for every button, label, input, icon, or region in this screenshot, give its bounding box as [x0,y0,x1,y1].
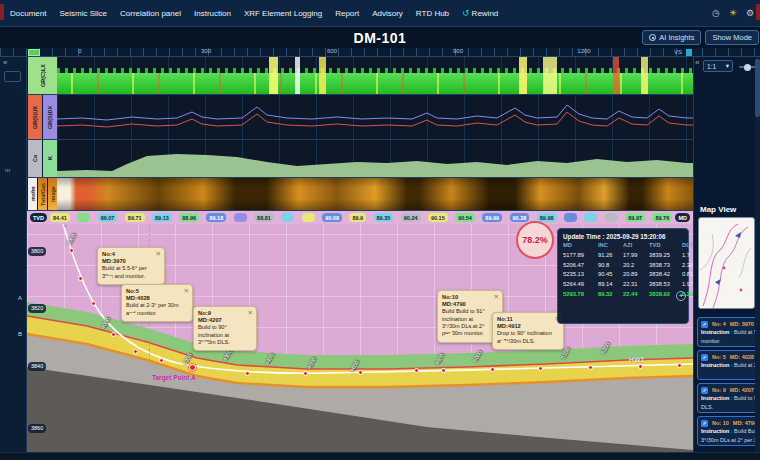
track3-label-a[interactable]: Ca [27,140,42,177]
collapse-left-icon[interactable]: « [3,58,7,67]
scale-ratio-select[interactable]: 1:1 ▾ [703,60,733,72]
track-elements[interactable]: Ca K [27,140,693,178]
instruction-card[interactable]: ✓No: 9MD: 4207Instruction : Build to 90°… [697,383,758,413]
card-instruction-label: Instruction [701,395,729,401]
track4-label-b[interactable]: TotalGas [37,178,47,210]
track-gr-curves[interactable]: GR(S)UX GR(S)DX [27,95,693,140]
instruction-callout[interactable]: No:9MD:4207✕Build to 90° inclination at … [193,306,257,351]
tvd-pill: 84.41 [50,213,70,222]
zoom-slider[interactable] [739,66,756,68]
menu-item[interactable]: RTD Hub [416,9,449,18]
scrollbar-thumb[interactable] [755,59,760,117]
confidence-percent-badge[interactable]: 78.2% [516,221,554,259]
track4-plot[interactable] [57,178,693,210]
tvd-pill: 90.54 [455,213,475,222]
survey-station-dot [69,248,74,253]
well-end-label: HW1 [629,356,645,363]
rewind-icon: ↺ [462,9,470,18]
instruction-card[interactable]: ✓No: 10MD: 4790Instruction : Build Build… [697,416,758,446]
depth-unit-box [4,71,21,82]
close-icon[interactable]: ✕ [184,287,189,295]
track3-plot[interactable] [57,140,693,177]
survey-cell: 20.89 [623,272,647,278]
survey-col-header: MD [563,243,596,249]
menu-item[interactable]: Document [10,9,46,18]
map-view-thumbnail[interactable] [698,217,755,309]
theme-sun-icon[interactable]: ☀ [729,8,737,18]
survey-col-header: TVD [649,243,680,249]
survey-cell: 91.26 [598,253,621,259]
menu-item[interactable]: Report [335,9,359,18]
callout-header: No:4MD:3970 [102,251,154,265]
depth-unit-label: m [5,167,10,173]
callout-text: Drop to 90° inclination at 3°/30m DLS. [497,330,553,345]
survey-cell: 5235.13 [563,272,596,278]
rewind-label: Rewind [472,9,499,18]
close-icon[interactable]: ✕ [248,309,253,317]
instruction-card[interactable]: ✓No: 5MD: 4028Instruction : Build at 2-3… [697,350,758,380]
history-icon[interactable]: ◷ [712,8,720,18]
card-instruction-label: Instruction [701,428,729,434]
bright-stripe [269,57,278,94]
survey-table-rows: 5177.8991.2617.993839.251.75206.4790.820… [563,253,683,298]
scale-ratio-value: 1:1 [707,63,716,70]
menu-items: DocumentSeismic SliceCorrelation panelIn… [10,9,462,18]
track-gr-spectral[interactable]: GR(C)LX [27,57,693,95]
menu-item[interactable]: Advisory [372,9,403,18]
menu-item[interactable]: XRF Element Logging [244,9,322,18]
target-point-label: Target Point A [152,374,196,381]
instruction-callout[interactable]: No:5MD:4028✕Build at 2-3° per 30m and mo… [121,284,193,322]
survey-update-panel[interactable]: Update Time : 2025-09-29 15:20:06 MDINCA… [557,228,689,324]
zoom-slider-handle[interactable] [744,64,751,71]
tvd-pill: 90.38 [510,213,530,222]
horizontal-scale-ruler[interactable]: 03006009001200 VS [0,48,760,57]
md-ruler-label[interactable]: MD [675,213,690,222]
target-point-dot [189,364,196,371]
ai-insights-button[interactable]: AI Insights [642,30,701,45]
track1-label[interactable]: GR(C)LX [27,57,57,94]
track1-plot[interactable] [57,57,693,94]
track3-label-b[interactable]: K [42,140,57,177]
ruler-slider-handle[interactable] [28,49,40,56]
show-mode-button[interactable]: Show Mode [705,30,759,45]
tvd-ruler-label[interactable]: TVD [30,213,47,222]
survey-station-dot [441,368,446,373]
card-header-row: ✓No: 4MD: 3970 [701,320,758,328]
callout-md: MD:4207 [198,317,246,324]
checkbox-checked-icon[interactable]: ✓ [701,321,708,328]
menu-item[interactable]: Correlation panel [120,9,181,18]
track2-label-a[interactable]: GR(S)UX [27,95,42,139]
card-instruction-text: Instruction : Build at 2-3° per 30m and … [701,361,758,369]
survey-station-dot [78,276,83,281]
collapse-right-icon[interactable]: « [695,58,699,67]
track4-label-c[interactable]: image [47,178,57,210]
track2-label-b[interactable]: GR(S)DX [42,95,57,139]
menu-item[interactable]: Seismic Slice [59,9,107,18]
instruction-callout[interactable]: No:11MD:4912✕Drop to 90° inclination at … [492,312,564,350]
instruction-callout[interactable]: No:4MD:3970✕Build at 5.5-6° per 30m and … [97,247,165,285]
survey-station-dot [588,365,593,370]
expand-plus-icon[interactable]: + [676,291,686,301]
checkbox-checked-icon[interactable]: ✓ [701,354,708,361]
checkbox-checked-icon[interactable]: ✓ [701,387,708,394]
sidebar-scrollbar[interactable] [755,57,760,452]
callout-no: No:4 [102,251,154,258]
gr-curve-graphic [57,95,693,139]
track2-plot[interactable] [57,95,693,139]
close-icon[interactable]: ✕ [494,293,499,301]
settings-gear-icon[interactable]: ⚙ [746,8,754,18]
callout-text: Build Build to 91° inclination at 3°/30m… [442,308,492,337]
menu-item-rewind[interactable]: ↺ Rewind [462,9,498,18]
track4-label-a[interactable]: msfm [27,178,37,210]
checkbox-checked-icon[interactable]: ✓ [701,420,708,427]
ai-insights-label: AI Insights [659,33,694,42]
survey-cell: 89.32 [598,292,621,298]
menu-item[interactable]: Instruction [194,9,231,18]
survey-cell: 5177.89 [563,253,596,259]
close-icon[interactable]: ✕ [156,250,161,258]
callout-header: No:5MD:4028 [126,288,182,302]
depth-label: 3840 [28,362,46,371]
instruction-card[interactable]: ✓No: 4MD: 3970Instruction : Build at 5.5… [697,317,758,347]
track-image-log[interactable]: msfm TotalGas image [27,178,693,211]
title-bar: DM-101 AI Insights Show Mode [0,27,760,48]
